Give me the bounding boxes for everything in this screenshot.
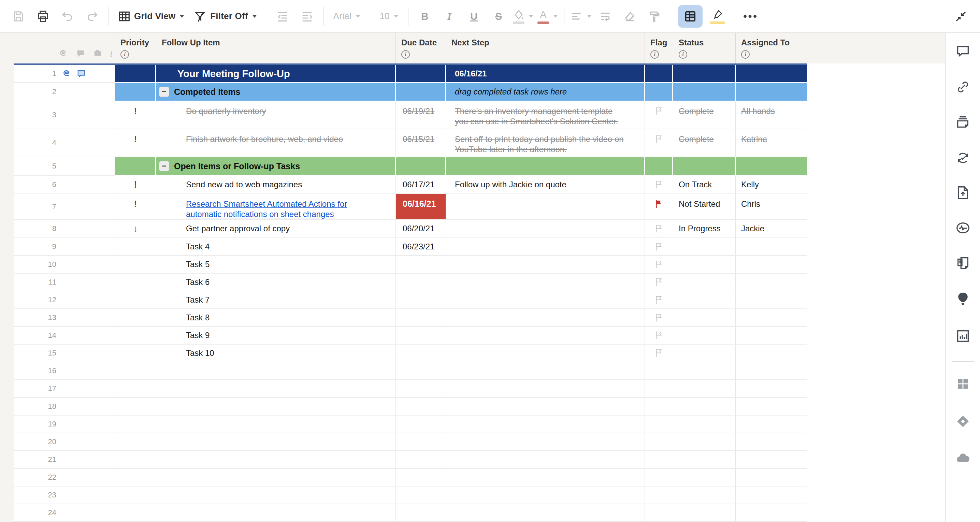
cell-status[interactable]: [673, 274, 736, 291]
cell-item[interactable]: [156, 415, 396, 433]
more-options-button[interactable]: •••: [738, 4, 763, 29]
row-header[interactable]: 20: [14, 433, 115, 450]
attachment-icon[interactable]: [61, 68, 72, 79]
row-header[interactable]: 7: [14, 194, 115, 219]
cell-assigned[interactable]: [736, 327, 807, 344]
row-header[interactable]: 14: [14, 327, 115, 344]
cell-due[interactable]: 06/23/21: [396, 238, 446, 255]
row-number[interactable]: 20: [14, 433, 56, 450]
collapse-section-button[interactable]: −: [159, 161, 169, 171]
column-header-flag[interactable]: Flag: [651, 38, 667, 48]
publish-icon[interactable]: [955, 185, 971, 201]
cell-priority[interactable]: [115, 433, 156, 450]
cell-priority[interactable]: [115, 274, 156, 291]
cell-due[interactable]: [396, 65, 446, 82]
row-number[interactable]: 6: [14, 176, 56, 193]
cell-status[interactable]: [673, 309, 736, 326]
cell-item[interactable]: Your Meeting Follow-Up: [156, 65, 396, 82]
cell-next[interactable]: [446, 469, 645, 486]
cell-priority[interactable]: [115, 487, 156, 504]
cell-item[interactable]: Finish artwork for brochure, web, and vi…: [156, 129, 396, 157]
cell-next[interactable]: [446, 274, 645, 291]
attachment-column-icon[interactable]: [58, 48, 68, 59]
cell-status[interactable]: [673, 291, 736, 309]
cell-item[interactable]: [156, 433, 396, 450]
cell-flag[interactable]: [645, 380, 673, 397]
cell-flag[interactable]: [645, 220, 673, 237]
cell-due[interactable]: 06/15/21: [396, 129, 446, 157]
cell-assigned[interactable]: [736, 256, 807, 273]
cell-assigned[interactable]: [736, 238, 807, 255]
row-number[interactable]: 7: [14, 194, 56, 219]
charts-icon[interactable]: [955, 328, 971, 344]
column-header-status[interactable]: Status: [679, 38, 703, 48]
row-number[interactable]: 13: [14, 309, 56, 326]
column-info-icon[interactable]: i: [401, 50, 410, 59]
cell-assigned[interactable]: Jackie: [736, 220, 807, 237]
underline-button[interactable]: U: [462, 4, 486, 29]
row-number[interactable]: 5: [14, 157, 56, 175]
cell-priority[interactable]: [115, 327, 156, 344]
cell-next[interactable]: drag completed task rows here: [446, 83, 645, 101]
cell-item[interactable]: −Open Items or Follow-up Tasks: [156, 157, 396, 175]
row-header[interactable]: 11: [14, 274, 115, 291]
cell-priority[interactable]: [115, 504, 156, 521]
indent-button[interactable]: [295, 4, 320, 29]
cell-priority[interactable]: [115, 469, 156, 486]
apps-icon[interactable]: [955, 376, 970, 392]
cell-assigned[interactable]: [736, 309, 807, 326]
cell-priority[interactable]: [115, 65, 156, 82]
cell-status[interactable]: [673, 487, 736, 504]
cell-next[interactable]: [446, 504, 645, 521]
row-header[interactable]: 22: [14, 469, 115, 486]
cell-status[interactable]: [673, 451, 736, 468]
cell-status[interactable]: [673, 238, 736, 255]
task-link[interactable]: Research Smartsheet Automated Actions fo…: [186, 199, 347, 219]
cell-flag[interactable]: [645, 469, 673, 486]
row-number[interactable]: 1: [14, 65, 56, 82]
cell-status[interactable]: [673, 398, 736, 415]
cell-flag[interactable]: [645, 238, 673, 255]
cell-due[interactable]: [396, 157, 446, 175]
cell-flag[interactable]: [645, 451, 673, 468]
cell-priority[interactable]: ↓: [115, 220, 156, 237]
collapse-toolbar-button[interactable]: [948, 4, 973, 29]
cell-flag[interactable]: [645, 157, 673, 175]
row-header[interactable]: 2: [14, 83, 115, 101]
column-header-due[interactable]: Due Date: [401, 38, 437, 48]
row-header[interactable]: 24: [14, 504, 115, 521]
cell-next[interactable]: Follow up with Jackie on quote: [446, 176, 645, 193]
cell-item[interactable]: [156, 487, 396, 504]
cell-assigned[interactable]: [736, 345, 807, 362]
cell-assigned[interactable]: [736, 65, 807, 82]
flag-off-icon[interactable]: [654, 106, 664, 116]
cell-next[interactable]: [446, 327, 645, 344]
cell-flag[interactable]: [645, 256, 673, 273]
save-button[interactable]: [6, 4, 31, 29]
flag-on-icon[interactable]: [654, 199, 664, 209]
row-number[interactable]: 3: [14, 101, 56, 129]
cell-flag[interactable]: [645, 504, 673, 521]
print-button[interactable]: [31, 4, 55, 29]
format-painter-button[interactable]: [642, 4, 667, 29]
cell-due[interactable]: 06/19/21: [396, 101, 446, 129]
cell-next[interactable]: [446, 380, 645, 397]
cell-assigned[interactable]: [736, 469, 807, 486]
cell-assigned[interactable]: [736, 157, 807, 175]
column-header-priority[interactable]: Priority: [121, 38, 149, 48]
row-header[interactable]: 12: [14, 291, 115, 309]
cell-flag[interactable]: [645, 274, 673, 291]
column-info-icon[interactable]: i: [121, 50, 129, 59]
cell-priority[interactable]: !: [115, 101, 156, 129]
cell-flag[interactable]: [645, 194, 673, 219]
row-number[interactable]: 12: [14, 291, 56, 309]
cell-status[interactable]: [673, 327, 736, 344]
comment-icon[interactable]: [76, 69, 86, 78]
row-header[interactable]: 10: [14, 256, 115, 273]
cell-priority[interactable]: !: [115, 176, 156, 193]
cell-due[interactable]: 06/16/21: [396, 194, 446, 219]
flag-off-icon[interactable]: [654, 277, 664, 287]
flag-off-icon[interactable]: [654, 330, 664, 341]
flag-off-icon[interactable]: [654, 223, 664, 234]
bold-button[interactable]: B: [412, 4, 437, 29]
